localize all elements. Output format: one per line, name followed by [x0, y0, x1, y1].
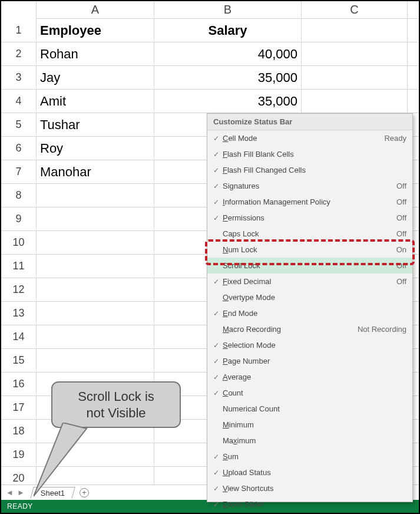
ctx-item-average[interactable]: ✓Average	[207, 369, 412, 385]
row-header[interactable]: 18	[1, 420, 37, 443]
row-header[interactable]: 15	[1, 349, 37, 372]
ctx-item-view-shortcuts[interactable]: ✓View Shortcuts	[207, 480, 412, 496]
row-header[interactable]: 17	[1, 396, 37, 419]
ctx-item-caps-lock[interactable]: Caps LockOff	[207, 226, 412, 242]
callout-tail-icon	[34, 423, 98, 499]
ctx-item-selection-mode[interactable]: ✓Selection Mode	[207, 337, 412, 353]
ctx-item-label: Num Lock	[223, 245, 392, 254]
context-menu-title: Customize Status Bar	[207, 114, 412, 130]
check-icon: ✓	[210, 214, 223, 222]
cell-A10[interactable]	[37, 231, 154, 254]
row-header[interactable]: 6	[1, 137, 37, 160]
row-header[interactable]: 11	[1, 255, 37, 278]
ctx-item-zoom-slider[interactable]: ✓Zoom Slider	[207, 496, 412, 512]
row-header[interactable]: 13	[1, 302, 37, 325]
row-header[interactable]: 14	[1, 325, 37, 348]
callout-line2: not Visible	[63, 405, 169, 421]
cell-A11[interactable]	[37, 255, 154, 278]
row-header[interactable]: 10	[1, 231, 37, 254]
cell-A5[interactable]: Tushar	[37, 113, 154, 136]
ctx-item-sum[interactable]: ✓Sum	[207, 449, 412, 464]
ctx-item-label: Count	[223, 388, 406, 397]
check-icon: ✓	[210, 453, 223, 461]
ctx-item-signatures[interactable]: ✓SignaturesOff	[207, 178, 412, 194]
cell-A12[interactable]	[37, 278, 154, 301]
ctx-item-numerical-count[interactable]: Numerical Count	[207, 401, 412, 417]
ctx-item-permissions[interactable]: ✓PermissionsOff	[207, 210, 412, 226]
ctx-item-fixed-decimal[interactable]: ✓Fixed DecimalOff	[207, 274, 412, 289]
customize-status-bar-menu[interactable]: Customize Status Bar ✓Cell ModeReady✓Fla…	[207, 113, 413, 502]
ctx-item-label: Macro Recording	[223, 325, 353, 334]
row-header[interactable]: 12	[1, 278, 37, 301]
select-all-corner[interactable]	[1, 1, 37, 19]
ctx-item-label: Flash Fill Changed Cells	[223, 166, 406, 174]
cell-C1[interactable]	[302, 19, 408, 42]
row-header[interactable]: 5	[1, 113, 37, 136]
cell-B4[interactable]: 35,000	[154, 90, 302, 113]
cell-A14[interactable]	[37, 325, 154, 348]
row-header[interactable]: 3	[1, 66, 37, 89]
ctx-item-count[interactable]: ✓Count	[207, 385, 412, 401]
cell-A1[interactable]: Employee	[37, 19, 154, 42]
cell-A2[interactable]: Rohan	[37, 42, 154, 65]
status-bar-mode: READY	[7, 502, 33, 510]
cell-A13[interactable]	[37, 302, 154, 325]
row-header[interactable]: 7	[1, 160, 37, 183]
cell-C4[interactable]	[302, 90, 408, 113]
ctx-item-maximum[interactable]: Maximum	[207, 433, 412, 449]
ctx-item-flash-fill-blank-cells[interactable]: ✓Flash Fill Blank Cells	[207, 146, 412, 162]
ctx-item-scroll-lock[interactable]: Scroll LockOff	[207, 258, 412, 274]
callout-annotation: Scroll Lock is not Visible	[51, 381, 181, 428]
sheet-nav-next-icon[interactable]: ►	[17, 488, 25, 497]
ctx-item-end-mode[interactable]: ✓End Mode	[207, 305, 412, 321]
row-header[interactable]: 19	[1, 443, 37, 466]
cell-A3[interactable]: Jay	[37, 66, 154, 89]
check-icon: ✓	[210, 373, 223, 381]
ctx-item-minimum[interactable]: Minimum	[207, 417, 412, 433]
cell-B2[interactable]: 40,000	[154, 42, 302, 65]
ctx-item-cell-mode[interactable]: ✓Cell ModeReady	[207, 130, 412, 146]
row-header[interactable]: 2	[1, 42, 37, 65]
ctx-item-label: Selection Mode	[223, 341, 406, 350]
ctx-item-overtype-mode[interactable]: Overtype Mode	[207, 289, 412, 305]
cell-A6[interactable]: Roy	[37, 137, 154, 160]
check-icon: ✓	[210, 341, 223, 350]
ctx-item-page-number[interactable]: ✓Page Number	[207, 353, 412, 369]
row-header[interactable]: 8	[1, 184, 37, 207]
ctx-item-macro-recording[interactable]: Macro RecordingNot Recording	[207, 321, 412, 337]
ctx-item-label: Numerical Count	[223, 404, 406, 413]
cell-B1[interactable]: Salary	[154, 19, 302, 42]
ctx-item-label: View Shortcuts	[223, 484, 406, 493]
cell-C3[interactable]	[302, 66, 408, 89]
column-header-row: A B C	[1, 1, 419, 19]
row-header[interactable]: 4	[1, 90, 37, 113]
row-header[interactable]: 1	[1, 19, 37, 42]
cell-B3[interactable]: 35,000	[154, 66, 302, 89]
ctx-item-status: Off	[392, 213, 406, 222]
ctx-item-label: Sum	[223, 452, 406, 461]
check-icon: ✓	[210, 134, 223, 143]
ctx-item-num-lock[interactable]: Num LockOn	[207, 242, 412, 258]
sheet-nav-prev-icon[interactable]: ◄	[6, 488, 14, 497]
ctx-item-upload-status[interactable]: ✓Upload Status	[207, 464, 412, 480]
ctx-item-label: Fixed Decimal	[223, 277, 392, 286]
column-header-c[interactable]: C	[302, 1, 408, 18]
ctx-item-label: End Mode	[223, 309, 406, 318]
ctx-item-flash-fill-changed-cells[interactable]: ✓Flash Fill Changed Cells	[207, 162, 412, 178]
callout-line1: Scroll Lock is	[63, 388, 169, 405]
column-header-a[interactable]: A	[37, 1, 154, 18]
row-header[interactable]: 9	[1, 207, 37, 230]
ctx-item-status: Not Recording	[353, 325, 406, 334]
cell-A9[interactable]	[37, 207, 154, 230]
sheet-nav[interactable]: ◄ ►	[6, 488, 25, 497]
ctx-item-information-management-policy[interactable]: ✓Information Management PolicyOff	[207, 194, 412, 210]
cell-C2[interactable]	[302, 42, 408, 65]
row-header[interactable]: 16	[1, 373, 37, 396]
ctx-item-status: Off	[392, 197, 406, 206]
ctx-item-status: Off	[392, 277, 406, 286]
cell-A8[interactable]	[37, 184, 154, 207]
cell-A4[interactable]: Amit	[37, 90, 154, 113]
cell-A15[interactable]	[37, 349, 154, 372]
column-header-b[interactable]: B	[154, 1, 302, 18]
cell-A7[interactable]: Manohar	[37, 160, 154, 183]
